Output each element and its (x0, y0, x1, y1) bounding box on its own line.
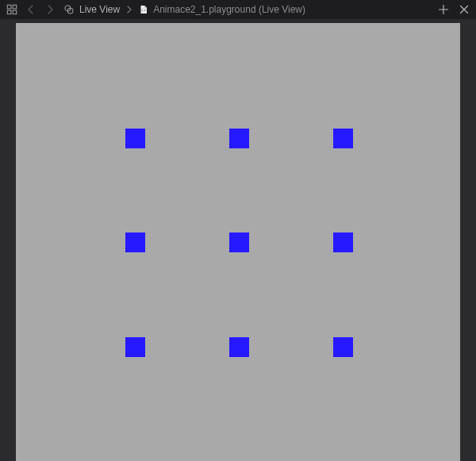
square-6 (125, 337, 145, 357)
playground-file-icon (139, 5, 148, 14)
svg-rect-0 (7, 5, 11, 9)
title-bar: Live View Animace2_1.playground (Live Vi… (0, 0, 476, 19)
title-bar-right (438, 4, 470, 15)
square-1 (229, 129, 249, 148)
breadcrumb-separator-icon (125, 5, 134, 14)
square-0 (125, 129, 145, 148)
square-2 (333, 129, 353, 148)
live-view-canvas (16, 23, 460, 461)
nav-back-icon[interactable] (25, 4, 36, 15)
square-7 (229, 337, 249, 357)
square-5 (333, 232, 353, 252)
square-3 (125, 232, 145, 252)
live-view-icon (63, 4, 75, 15)
square-4 (229, 232, 249, 252)
svg-rect-3 (13, 10, 17, 14)
breadcrumb: Live View Animace2_1.playground (Live Vi… (63, 4, 305, 15)
breadcrumb-live-view-label[interactable]: Live View (79, 4, 120, 15)
nav-forward-icon[interactable] (44, 4, 56, 15)
square-8 (333, 337, 353, 357)
add-button[interactable] (438, 4, 449, 15)
svg-rect-1 (13, 5, 17, 9)
title-bar-left: Live View Animace2_1.playground (Live Vi… (6, 4, 305, 15)
layout-grid-icon[interactable] (6, 4, 17, 15)
svg-rect-2 (7, 10, 11, 14)
breadcrumb-file-label[interactable]: Animace2_1.playground (Live View) (153, 4, 305, 15)
close-button[interactable] (459, 4, 470, 15)
